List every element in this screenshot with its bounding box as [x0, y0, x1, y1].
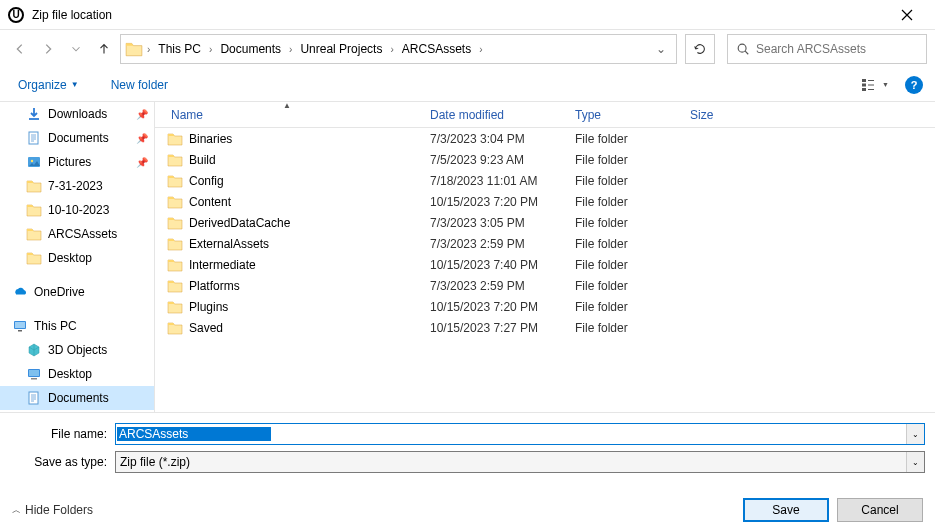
file-name: Saved	[189, 321, 223, 335]
file-row[interactable]: Binaries7/3/2023 3:04 PMFile folder	[155, 128, 935, 149]
close-button[interactable]	[887, 0, 927, 30]
file-name: Build	[189, 153, 216, 167]
tree-item-label: ARCSAssets	[48, 227, 117, 241]
tree-item[interactable]: OneDrive	[0, 280, 154, 304]
chevron-down-icon: ▼	[71, 80, 79, 89]
breadcrumb-item[interactable]: Unreal Projects	[296, 35, 386, 63]
tree-item[interactable]: Pictures📌	[0, 150, 154, 174]
folder-icon	[167, 299, 183, 315]
arrow-up-icon	[97, 42, 111, 56]
folder-icon	[167, 194, 183, 210]
back-button[interactable]	[8, 37, 32, 61]
svg-rect-4	[868, 80, 874, 81]
breadcrumb-item[interactable]: ARCSAssets	[398, 35, 475, 63]
organize-button[interactable]: Organize ▼	[12, 74, 85, 96]
svg-rect-2	[862, 83, 866, 86]
folder-icon	[167, 173, 183, 189]
svg-rect-3	[862, 88, 866, 91]
tree-item[interactable]: Documents	[0, 386, 154, 410]
column-type[interactable]: Type	[565, 102, 680, 127]
view-icon	[861, 78, 879, 92]
file-row[interactable]: Intermediate10/15/2023 7:40 PMFile folde…	[155, 254, 935, 275]
recent-button[interactable]	[64, 37, 88, 61]
organize-label: Organize	[18, 78, 67, 92]
pin-icon: 📌	[136, 157, 148, 168]
new-folder-button[interactable]: New folder	[105, 74, 174, 96]
save-type-label: Save as type:	[10, 455, 115, 469]
search-input[interactable]	[756, 42, 918, 56]
file-list[interactable]: Binaries7/3/2023 3:04 PMFile folderBuild…	[155, 128, 935, 412]
hide-folders-button[interactable]: ︿ Hide Folders	[12, 503, 93, 517]
folder-icon	[167, 215, 183, 231]
tree-item[interactable]: Documents📌	[0, 126, 154, 150]
help-button[interactable]: ?	[905, 76, 923, 94]
chevron-right-icon: ›	[388, 44, 395, 55]
file-row[interactable]: Content10/15/2023 7:20 PMFile folder	[155, 191, 935, 212]
tree-item[interactable]: Downloads📌	[0, 102, 154, 126]
save-button[interactable]: Save	[743, 498, 829, 522]
svg-rect-11	[15, 322, 25, 328]
tree-item-label: Downloads	[48, 107, 107, 121]
filename-input[interactable]	[117, 427, 271, 441]
chevron-right-icon: ›	[145, 44, 152, 55]
address-bar[interactable]: › This PC › Documents › Unreal Projects …	[120, 34, 677, 64]
tree-item[interactable]: Desktop	[0, 362, 154, 386]
search-box[interactable]	[727, 34, 927, 64]
column-headers: ▲ Name Date modified Type Size	[155, 102, 935, 128]
tree-item[interactable]: This PC	[0, 314, 154, 338]
tree-item[interactable]: 7-31-2023	[0, 174, 154, 198]
forward-button[interactable]	[36, 37, 60, 61]
filename-history-dropdown[interactable]: ⌄	[906, 424, 924, 444]
tree-item-label: 10-10-2023	[48, 203, 109, 217]
file-row[interactable]: DerivedDataCache7/3/2023 3:05 PMFile fol…	[155, 212, 935, 233]
chevron-right-icon: ›	[477, 44, 484, 55]
folder-icon	[167, 278, 183, 294]
view-options-button[interactable]: ▼	[857, 73, 893, 97]
file-date: 7/3/2023 3:04 PM	[420, 132, 565, 146]
tree-item[interactable]: Downloads	[0, 410, 154, 412]
save-type-field[interactable]: Zip file (*.zip) ⌄	[115, 451, 925, 473]
column-date[interactable]: Date modified	[420, 102, 565, 127]
navigation-tree[interactable]: Downloads📌Documents📌Pictures📌7-31-202310…	[0, 102, 155, 412]
breadcrumb-item[interactable]: Documents	[216, 35, 285, 63]
file-row[interactable]: Build7/5/2023 9:23 AMFile folder	[155, 149, 935, 170]
tree-item-label: Desktop	[48, 251, 92, 265]
file-date: 7/3/2023 3:05 PM	[420, 216, 565, 230]
file-row[interactable]: Saved10/15/2023 7:27 PMFile folder	[155, 317, 935, 338]
breadcrumb-item[interactable]: This PC	[154, 35, 205, 63]
file-type: File folder	[565, 153, 680, 167]
tree-item[interactable]: Desktop	[0, 246, 154, 270]
save-type-dropdown[interactable]: ⌄	[906, 452, 924, 472]
column-name[interactable]: ▲ Name	[155, 102, 420, 127]
file-row[interactable]: ExternalAssets7/3/2023 2:59 PMFile folde…	[155, 233, 935, 254]
tree-item[interactable]: 3D Objects	[0, 338, 154, 362]
file-row[interactable]: Config7/18/2023 11:01 AMFile folder	[155, 170, 935, 191]
tree-item[interactable]: ARCSAssets	[0, 222, 154, 246]
sort-indicator-icon: ▲	[283, 101, 291, 110]
refresh-button[interactable]	[685, 34, 715, 64]
filename-field[interactable]: ⌄	[115, 423, 925, 445]
tree-item-label: 7-31-2023	[48, 179, 103, 193]
file-row[interactable]: Platforms7/3/2023 2:59 PMFile folder	[155, 275, 935, 296]
refresh-icon	[693, 42, 707, 56]
search-icon	[736, 42, 750, 56]
chevron-right-icon: ›	[207, 44, 214, 55]
tree-item[interactable]: 10-10-2023	[0, 198, 154, 222]
file-type: File folder	[565, 216, 680, 230]
file-name: Plugins	[189, 300, 228, 314]
file-name: ExternalAssets	[189, 237, 269, 251]
file-name: Binaries	[189, 132, 232, 146]
column-size[interactable]: Size	[680, 102, 760, 127]
file-type: File folder	[565, 321, 680, 335]
file-name: Content	[189, 195, 231, 209]
folder-icon	[167, 236, 183, 252]
pin-icon: 📌	[136, 109, 148, 120]
cancel-button[interactable]: Cancel	[837, 498, 923, 522]
up-button[interactable]	[92, 37, 116, 61]
tree-item-label: Pictures	[48, 155, 91, 169]
file-name: Config	[189, 174, 224, 188]
file-row[interactable]: Plugins10/15/2023 7:20 PMFile folder	[155, 296, 935, 317]
tree-item-label: This PC	[34, 319, 77, 333]
filename-label: File name:	[10, 427, 115, 441]
path-dropdown[interactable]: ⌄	[650, 42, 672, 56]
